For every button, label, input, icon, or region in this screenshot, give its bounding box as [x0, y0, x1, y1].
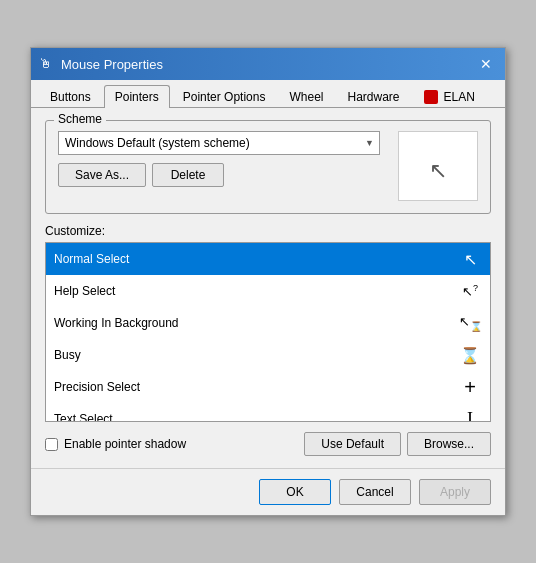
list-item[interactable]: Help Select ↖?: [46, 275, 490, 307]
list-item[interactable]: Normal Select ↖: [46, 243, 490, 275]
cursor-preview: ↖: [398, 131, 478, 201]
cursor-item-label: Precision Select: [54, 380, 140, 394]
browse-button[interactable]: Browse...: [407, 432, 491, 456]
save-as-button[interactable]: Save As...: [58, 163, 146, 187]
cursor-list-wrapper: Normal Select ↖ Help Select ↖? Working I…: [45, 242, 491, 422]
cursor-precision-icon: +: [458, 376, 482, 399]
tab-pointers[interactable]: Pointers: [104, 85, 170, 108]
tab-bar: Buttons Pointers Pointer Options Wheel H…: [31, 80, 505, 108]
title-bar: 🖱 Mouse Properties ✕: [31, 48, 505, 80]
bottom-options: Enable pointer shadow Use Default Browse…: [45, 432, 491, 456]
cursor-list[interactable]: Normal Select ↖ Help Select ↖? Working I…: [45, 242, 491, 422]
cursor-working-icon: ↖⌛: [458, 314, 482, 332]
mouse-properties-dialog: 🖱 Mouse Properties ✕ Buttons Pointers Po…: [30, 47, 506, 516]
list-item[interactable]: Busy ⌛: [46, 339, 490, 371]
tab-wheel[interactable]: Wheel: [278, 85, 334, 108]
tab-hardware[interactable]: Hardware: [336, 85, 410, 108]
scheme-select-wrapper: Windows Default (system scheme): [58, 131, 380, 155]
cursor-text-icon: I: [458, 409, 482, 423]
delete-button[interactable]: Delete: [152, 163, 224, 187]
list-item[interactable]: Precision Select +: [46, 371, 490, 403]
cursor-normal-icon: ↖: [458, 250, 482, 269]
cursor-item-label: Normal Select: [54, 252, 129, 266]
elan-label: ELAN: [444, 90, 475, 104]
scheme-group: Scheme Windows Default (system scheme) S…: [45, 120, 491, 214]
cursor-busy-icon: ⌛: [458, 346, 482, 365]
title-bar-left: 🖱 Mouse Properties: [39, 56, 163, 72]
scheme-controls: Windows Default (system scheme) Save As.…: [58, 131, 380, 187]
cursor-item-label: Help Select: [54, 284, 115, 298]
scheme-select[interactable]: Windows Default (system scheme): [58, 131, 380, 155]
cursor-help-icon: ↖?: [458, 283, 482, 299]
shadow-checkbox-label[interactable]: Enable pointer shadow: [45, 437, 186, 451]
customize-section: Customize: Normal Select ↖ Help Select ↖…: [45, 224, 491, 422]
action-buttons: Use Default Browse...: [304, 432, 491, 456]
dialog-footer: OK Cancel Apply: [31, 468, 505, 515]
cursor-item-label: Busy: [54, 348, 81, 362]
elan-icon: [424, 90, 438, 104]
mouse-icon: 🖱: [39, 56, 55, 72]
ok-button[interactable]: OK: [259, 479, 331, 505]
apply-button[interactable]: Apply: [419, 479, 491, 505]
enable-shadow-checkbox[interactable]: [45, 438, 58, 451]
list-item[interactable]: Working In Background ↖⌛: [46, 307, 490, 339]
customize-label: Customize:: [45, 224, 491, 238]
close-button[interactable]: ✕: [475, 53, 497, 75]
list-item[interactable]: Text Select I: [46, 403, 490, 422]
cancel-button[interactable]: Cancel: [339, 479, 411, 505]
cursor-item-label: Working In Background: [54, 316, 179, 330]
preview-cursor-icon: ↖: [429, 158, 447, 184]
tab-buttons[interactable]: Buttons: [39, 85, 102, 108]
cursor-item-label: Text Select: [54, 412, 113, 422]
use-default-button[interactable]: Use Default: [304, 432, 401, 456]
tab-elan[interactable]: ELAN: [413, 85, 486, 108]
scheme-group-label: Scheme: [54, 112, 106, 126]
shadow-label-text: Enable pointer shadow: [64, 437, 186, 451]
dialog-title: Mouse Properties: [61, 57, 163, 72]
tab-content: Scheme Windows Default (system scheme) S…: [31, 108, 505, 468]
tab-pointer-options[interactable]: Pointer Options: [172, 85, 277, 108]
scheme-buttons: Save As... Delete: [58, 163, 380, 187]
